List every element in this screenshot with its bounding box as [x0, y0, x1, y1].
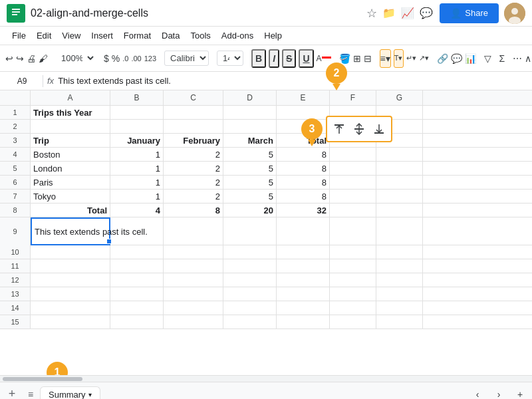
sheet-next-button[interactable]: ›: [489, 385, 508, 400]
star-icon[interactable]: ☆: [366, 6, 377, 21]
cell-c5[interactable]: 2: [164, 162, 223, 175]
col-header-a[interactable]: A: [31, 90, 110, 105]
italic-button[interactable]: I: [269, 49, 279, 68]
cell-c13[interactable]: [164, 287, 223, 301]
cell-e7[interactable]: 8: [277, 190, 330, 203]
cell-c8[interactable]: 8: [164, 203, 223, 217]
cell-g11[interactable]: [376, 259, 423, 273]
cell-c7[interactable]: 2: [164, 190, 223, 203]
cell-f12[interactable]: [330, 273, 376, 287]
cell-f13[interactable]: [330, 287, 376, 301]
cell-a12[interactable]: [31, 273, 110, 287]
cell-c11[interactable]: [164, 259, 223, 273]
valign-bottom-button[interactable]: [370, 120, 388, 138]
scrollbar-thumb[interactable]: [3, 377, 82, 381]
cell-c15[interactable]: [164, 315, 223, 329]
zoom-select[interactable]: 100%: [56, 51, 96, 65]
decimal-inc-button[interactable]: .00: [131, 49, 141, 68]
menu-insert[interactable]: Insert: [86, 29, 118, 43]
cell-g15[interactable]: [376, 315, 423, 329]
cell-e6[interactable]: 8: [277, 176, 330, 189]
undo-button[interactable]: ↩: [5, 49, 13, 68]
col-header-d[interactable]: D: [223, 90, 277, 105]
share-button[interactable]: 👤 Share: [440, 3, 499, 23]
cell-g4[interactable]: [376, 148, 423, 161]
cell-f11[interactable]: [330, 259, 376, 273]
chat-icon[interactable]: 💬: [420, 7, 433, 19]
cell-g14[interactable]: [376, 301, 423, 315]
add-sheet-button[interactable]: +: [3, 385, 21, 400]
cell-d14[interactable]: [223, 301, 277, 315]
cell-b10[interactable]: [110, 245, 164, 259]
add-sheet-right-button[interactable]: +: [511, 385, 529, 400]
text-wrap-button[interactable]: ↵▾: [406, 49, 416, 68]
cell-f6[interactable]: [330, 176, 376, 189]
col-header-f[interactable]: F: [330, 90, 376, 105]
menu-edit[interactable]: Edit: [31, 29, 57, 43]
valign-middle-button[interactable]: [350, 120, 368, 138]
col-header-e[interactable]: E: [277, 90, 330, 105]
cell-e10[interactable]: [277, 245, 330, 259]
cell-a6[interactable]: Paris: [31, 176, 110, 189]
paint-format-button[interactable]: 🖌: [39, 49, 48, 68]
menu-addons[interactable]: Add-ons: [216, 29, 259, 43]
cell-f7[interactable]: [330, 190, 376, 203]
merge-button[interactable]: ⊟: [364, 49, 372, 68]
cell-g6[interactable]: [376, 176, 423, 189]
col-header-g[interactable]: G: [376, 90, 423, 105]
cell-f5[interactable]: [330, 162, 376, 175]
cell-b15[interactable]: [110, 315, 164, 329]
borders-button[interactable]: ⊞: [353, 49, 361, 68]
cell-a5[interactable]: London: [31, 162, 110, 175]
menu-data[interactable]: Data: [156, 29, 185, 43]
cell-c6[interactable]: 2: [164, 176, 223, 189]
cell-d1[interactable]: [223, 106, 277, 119]
cell-f14[interactable]: [330, 301, 376, 315]
currency-button[interactable]: $: [104, 49, 109, 68]
sheet-menu-button[interactable]: ≡: [21, 385, 40, 400]
cell-e12[interactable]: [277, 273, 330, 287]
print-button[interactable]: 🖨: [27, 49, 36, 68]
cell-a15[interactable]: [31, 315, 110, 329]
cell-b1[interactable]: [110, 106, 164, 119]
menu-view[interactable]: View: [57, 29, 86, 43]
chart-icon[interactable]: 📈: [401, 7, 414, 19]
cell-e4[interactable]: 8: [277, 148, 330, 161]
cell-d15[interactable]: [223, 315, 277, 329]
cell-e8[interactable]: 32: [277, 203, 330, 217]
cell-a13[interactable]: [31, 287, 110, 301]
cell-f8[interactable]: [330, 203, 376, 217]
percent-button[interactable]: %: [112, 49, 120, 68]
cell-e15[interactable]: [277, 315, 330, 329]
menu-help[interactable]: Help: [259, 29, 287, 43]
cell-g13[interactable]: [376, 287, 423, 301]
collapse-button[interactable]: ∧: [525, 49, 531, 68]
sheet-tab-summary[interactable]: Summary ▾: [40, 386, 100, 400]
cell-b12[interactable]: [110, 273, 164, 287]
cell-e13[interactable]: [277, 287, 330, 301]
cell-c12[interactable]: [164, 273, 223, 287]
cell-d8[interactable]: 20: [223, 203, 277, 217]
number-format-button[interactable]: 123: [144, 49, 156, 68]
cell-d11[interactable]: [223, 259, 277, 273]
font-size-select[interactable]: 14: [217, 51, 243, 66]
filter-button[interactable]: ▽: [484, 49, 491, 68]
cell-a2[interactable]: [31, 120, 110, 133]
cell-d9[interactable]: [223, 217, 277, 245]
cell-b13[interactable]: [110, 287, 164, 301]
sheet-prev-button[interactable]: ‹: [468, 385, 487, 400]
cell-d7[interactable]: 5: [223, 190, 277, 203]
menu-file[interactable]: File: [7, 29, 31, 43]
halign-button[interactable]: ≡▾: [380, 49, 391, 68]
cell-a14[interactable]: [31, 301, 110, 315]
cell-g7[interactable]: [376, 190, 423, 203]
col-header-b[interactable]: B: [110, 90, 164, 105]
cell-d10[interactable]: [223, 245, 277, 259]
user-avatar[interactable]: [504, 3, 525, 24]
cell-b6[interactable]: 1: [110, 176, 164, 189]
cell-b14[interactable]: [110, 301, 164, 315]
cell-e1[interactable]: [277, 106, 330, 119]
redo-button[interactable]: ↪: [16, 49, 24, 68]
cell-a9[interactable]: This text extends past its cell.: [31, 217, 110, 245]
cell-g10[interactable]: [376, 245, 423, 259]
